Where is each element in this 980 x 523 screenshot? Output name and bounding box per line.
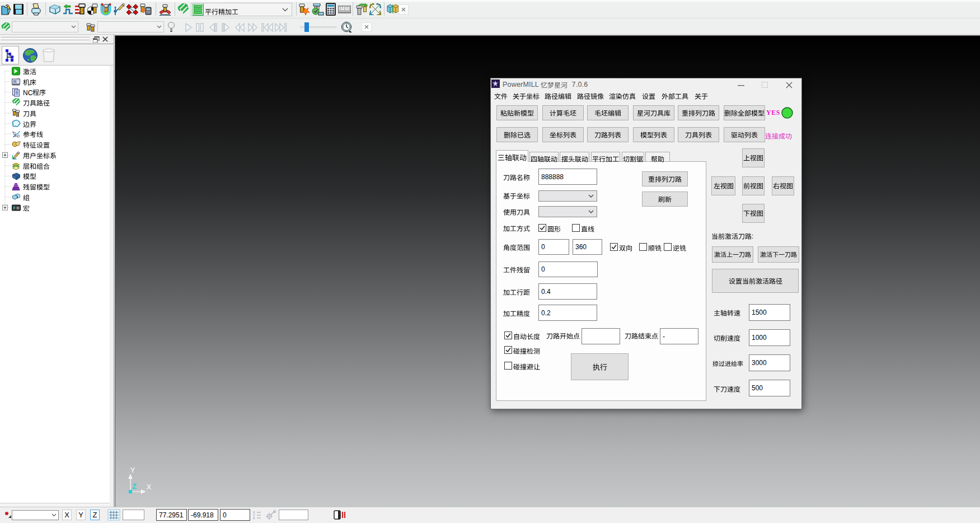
svg-text:Z: Z (132, 482, 137, 491)
svg-text:X: X (147, 483, 152, 491)
svg-text:Y: Y (130, 466, 135, 474)
